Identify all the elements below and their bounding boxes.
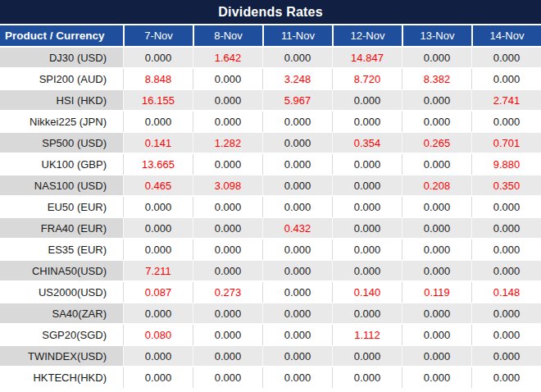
rate-cell: 0.000 (402, 325, 471, 346)
rate-cell: 8.382 (402, 69, 471, 90)
rate-cell: 0.000 (402, 367, 471, 389)
rate-cell: 0.000 (402, 303, 471, 325)
rate-cell: 3.248 (262, 69, 332, 90)
rate-cell: 3.098 (193, 175, 262, 197)
rate-cell: 0.000 (402, 112, 471, 133)
header-cell-date: 13-Nov (402, 25, 471, 48)
rate-cell: 0.119 (402, 282, 471, 303)
product-cell: CHINA50(USD) (0, 261, 123, 282)
rate-cell: 0.000 (402, 218, 471, 239)
rate-cell: 0.000 (332, 303, 402, 325)
rate-cell: 0.000 (193, 154, 262, 175)
rate-cell: 0.265 (402, 133, 471, 154)
rate-cell: 0.000 (402, 346, 471, 367)
product-cell: NAS100 (USD) (0, 175, 123, 197)
product-cell: HSI (HKD) (0, 90, 123, 112)
rate-cell: 0.000 (262, 48, 332, 69)
rate-cell: 0.273 (193, 282, 262, 303)
table-row: NAS100 (USD)0.4653.0980.0000.0000.2080.3… (0, 175, 541, 197)
rate-cell: 0.140 (332, 282, 402, 303)
rate-cell: 0.080 (123, 325, 193, 346)
table-row: HSI (HKD)16.1550.0005.9670.0000.0002.741 (0, 90, 541, 112)
product-cell: EU50 (EUR) (0, 197, 123, 218)
rate-cell: 16.155 (123, 90, 193, 112)
rate-cell: 0.208 (402, 175, 471, 197)
rate-cell: 0.000 (262, 282, 332, 303)
rate-cell: 0.000 (471, 346, 541, 367)
rate-cell: 0.000 (332, 197, 402, 218)
table-row: ES35 (EUR)0.0000.0000.0000.0000.0000.000 (0, 239, 541, 261)
product-cell: DJ30 (USD) (0, 48, 123, 69)
rate-cell: 0.000 (332, 367, 402, 389)
table-row: UK100 (GBP)13.6650.0000.0000.0000.0009.8… (0, 154, 541, 175)
rate-cell: 14.847 (332, 48, 402, 69)
rate-cell: 0.000 (471, 48, 541, 69)
rate-cell: 0.000 (262, 325, 332, 346)
rate-cell: 0.141 (123, 133, 193, 154)
rate-cell: 0.000 (332, 175, 402, 197)
rate-cell: 0.000 (332, 239, 402, 261)
rate-cell: 0.000 (262, 239, 332, 261)
rate-cell: 0.000 (332, 346, 402, 367)
table-title: Dividends Rates (0, 0, 541, 25)
rate-cell: 0.000 (123, 218, 193, 239)
rate-cell: 0.350 (471, 175, 541, 197)
rate-cell: 8.848 (123, 69, 193, 90)
table-row: FRA40 (EUR)0.0000.0000.4320.0000.0000.00… (0, 218, 541, 239)
rate-cell: 0.354 (332, 133, 402, 154)
rate-cell: 0.000 (262, 261, 332, 282)
rate-cell: 0.000 (471, 239, 541, 261)
product-cell: US2000(USD) (0, 282, 123, 303)
rate-cell: 0.000 (193, 69, 262, 90)
rate-cell: 0.148 (471, 282, 541, 303)
header-cell-date: 14-Nov (471, 25, 541, 48)
rate-cell: 5.967 (262, 90, 332, 112)
table-row: Nikkei225 (JPN)0.0000.0000.0000.0000.000… (0, 112, 541, 133)
rate-cell: 1.282 (193, 133, 262, 154)
rate-cell: 0.087 (123, 282, 193, 303)
rate-cell: 0.000 (262, 154, 332, 175)
product-cell: SGP20(SGD) (0, 325, 123, 346)
rate-cell: 0.000 (262, 367, 332, 389)
rate-cell: 0.000 (402, 239, 471, 261)
rate-cell: 0.000 (193, 346, 262, 367)
rate-cell: 0.000 (471, 303, 541, 325)
dividends-rates-panel: Dividends Rates Product / Currency7-Nov8… (0, 0, 541, 392)
product-cell: SP500 (USD) (0, 133, 123, 154)
rate-cell: 0.000 (262, 133, 332, 154)
rate-cell: 0.000 (193, 197, 262, 218)
rate-cell: 0.000 (471, 367, 541, 389)
rate-cell: 0.000 (262, 112, 332, 133)
table-row: SPI200 (AUD)8.8480.0003.2488.7208.3820.0… (0, 69, 541, 90)
rate-cell: 0.000 (193, 239, 262, 261)
product-cell: TWINDEX(USD) (0, 346, 123, 367)
header-cell-date: 8-Nov (193, 25, 262, 48)
rate-cell: 0.000 (193, 112, 262, 133)
rate-cell: 0.000 (332, 154, 402, 175)
table-row: US2000(USD)0.0870.2730.0000.1400.1190.14… (0, 282, 541, 303)
rate-cell: 0.000 (193, 218, 262, 239)
rate-cell: 0.000 (123, 48, 193, 69)
rate-cell: 9.880 (471, 154, 541, 175)
table-header-row: Product / Currency7-Nov8-Nov11-Nov12-Nov… (0, 25, 541, 48)
table-row: DJ30 (USD)0.0001.6420.00014.8470.0000.00… (0, 48, 541, 69)
rate-cell: 0.000 (123, 112, 193, 133)
rate-cell: 1.642 (193, 48, 262, 69)
rate-cell: 0.000 (471, 69, 541, 90)
table-row: SGP20(SGD)0.0800.0000.0001.1120.0000.000 (0, 325, 541, 346)
rate-cell: 0.000 (471, 197, 541, 218)
rate-cell: 13.665 (123, 154, 193, 175)
table-row: TWINDEX(USD)0.0000.0000.0000.0000.0000.0… (0, 346, 541, 367)
rate-cell: 0.000 (471, 261, 541, 282)
product-cell: ES35 (EUR) (0, 239, 123, 261)
product-cell: SA40(ZAR) (0, 303, 123, 325)
header-cell-product-currency: Product / Currency (0, 25, 123, 48)
product-cell: UK100 (GBP) (0, 154, 123, 175)
dividends-rates-table: Product / Currency7-Nov8-Nov11-Nov12-Nov… (0, 25, 541, 389)
rate-cell: 0.000 (262, 303, 332, 325)
rate-cell: 0.000 (471, 325, 541, 346)
rate-cell: 0.000 (123, 197, 193, 218)
table-row: HKTECH(HKD)0.0000.0000.0000.0000.0000.00… (0, 367, 541, 389)
rate-cell: 0.000 (402, 154, 471, 175)
rate-cell: 0.000 (402, 261, 471, 282)
